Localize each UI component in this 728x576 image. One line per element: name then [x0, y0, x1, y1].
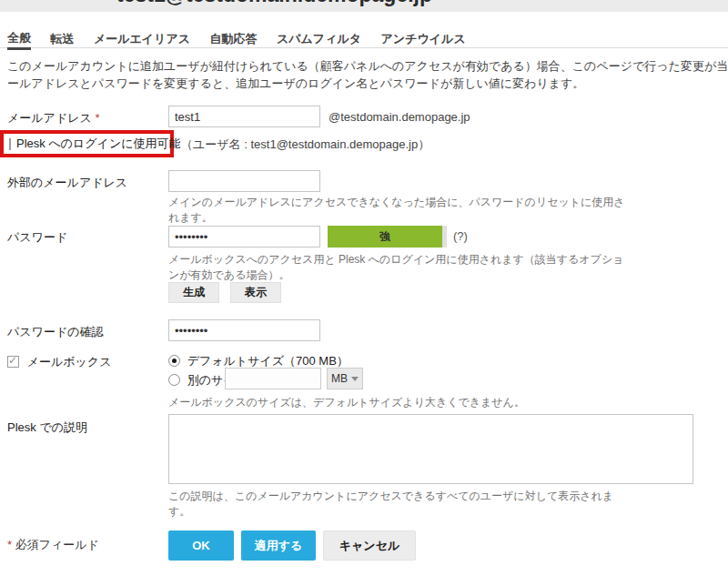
external-email-help: メインのメールアドレスにアクセスできなくなった場合に、パスワードのリセットに使用…: [168, 195, 625, 226]
external-email-label: 外部のメールアドレス: [7, 175, 127, 191]
size-unit-value: MB: [331, 372, 348, 385]
email-domain-suffix: @testdomain.demopage.jp: [329, 110, 470, 124]
password-input[interactable]: [168, 226, 320, 248]
mailbox-checkbox[interactable]: ✓: [7, 356, 19, 368]
password-confirm-label: パスワードの確認: [7, 324, 104, 340]
plesk-login-username-note: （ユーザ名 : test1@testdomain.demopage.jp）: [181, 136, 430, 153]
tab-general[interactable]: 全般: [7, 26, 31, 50]
generate-password-button[interactable]: 生成: [168, 282, 219, 303]
mailbox-help: メールボックスのサイズは、デフォルトサイズより大きくできません。: [168, 395, 525, 410]
page-title: test1@testdomain.demopage.jp: [116, 0, 432, 7]
mailbox-toggle: ✓ メールボックス: [7, 354, 111, 370]
ok-button[interactable]: OK: [168, 531, 234, 561]
required-asterisk: *: [95, 111, 99, 125]
chevron-down-icon: [351, 377, 359, 381]
intro-line-2: ールアドレスとパスワードを変更すると、追加ユーザのログイン名とパスワードが新しい…: [7, 75, 728, 92]
intro-text: このメールアカウントに追加ユーザが紐付けられている（顧客パネルへのアクセスが有効…: [7, 57, 728, 92]
password-strength-fill: 強: [328, 226, 442, 248]
email-input[interactable]: [168, 106, 320, 127]
cancel-button[interactable]: キャンセル: [323, 531, 416, 561]
description-help: この説明は、このメールアカウントにアクセスできるすべてのユーザに対して表示されま…: [168, 489, 613, 520]
default-size-label: デフォルトサイズ（700 MB）: [187, 354, 349, 368]
plesk-login-highlight-box: Plesk へのログインに使用可能: [0, 130, 174, 157]
email-label: メールアドレス *: [7, 110, 100, 126]
size-unit-select[interactable]: MB: [327, 368, 363, 389]
description-textarea[interactable]: [168, 414, 693, 484]
top-strip: test1@testdomain.demopage.jp: [0, 0, 728, 12]
password-help: メールボックスへのアクセス用と Plesk へのログイン用に使用されます（該当す…: [168, 252, 623, 283]
tab-spam-filter[interactable]: スパムフィルタ: [277, 27, 361, 50]
custom-size-input[interactable]: [225, 368, 321, 389]
password-help-link[interactable]: (?): [453, 229, 468, 243]
tab-mail-aliases[interactable]: メールエイリアス: [94, 27, 190, 50]
tab-forwarding[interactable]: 転送: [50, 27, 74, 50]
plesk-login-checkbox[interactable]: [9, 138, 11, 150]
intro-line-1: このメールアカウントに追加ユーザが紐付けられている（顧客パネルへのアクセスが有効…: [7, 57, 728, 75]
tab-antivirus[interactable]: アンチウイルス: [381, 27, 466, 50]
password-strength-label: 強: [379, 229, 390, 245]
plesk-login-label: Plesk へのログインに使用可能: [16, 136, 181, 152]
required-asterisk: *: [7, 538, 12, 551]
checkmark-icon: ✓: [8, 354, 17, 367]
mailbox-label: メールボックス: [27, 355, 112, 369]
tab-auto-reply[interactable]: 自動応答: [210, 27, 258, 50]
password-strength-meter: 強: [328, 226, 447, 248]
tab-bar: 全般 転送 メールエイリアス 自動応答 スパムフィルタ アンチウイルス: [0, 26, 728, 48]
mail-settings-page: test1@testdomain.demopage.jp 全般 転送 メールエイ…: [0, 0, 728, 576]
password-label: パスワード: [7, 229, 67, 246]
show-password-button[interactable]: 表示: [230, 282, 281, 303]
custom-size-radio[interactable]: [168, 374, 180, 386]
required-fields-note: * 必須フィールド: [7, 537, 99, 553]
external-email-input[interactable]: [168, 170, 320, 192]
password-confirm-input[interactable]: [168, 319, 320, 341]
description-label: Plesk での説明: [7, 419, 87, 436]
apply-button[interactable]: 適用する: [241, 531, 316, 561]
default-size-radio[interactable]: [168, 355, 180, 367]
